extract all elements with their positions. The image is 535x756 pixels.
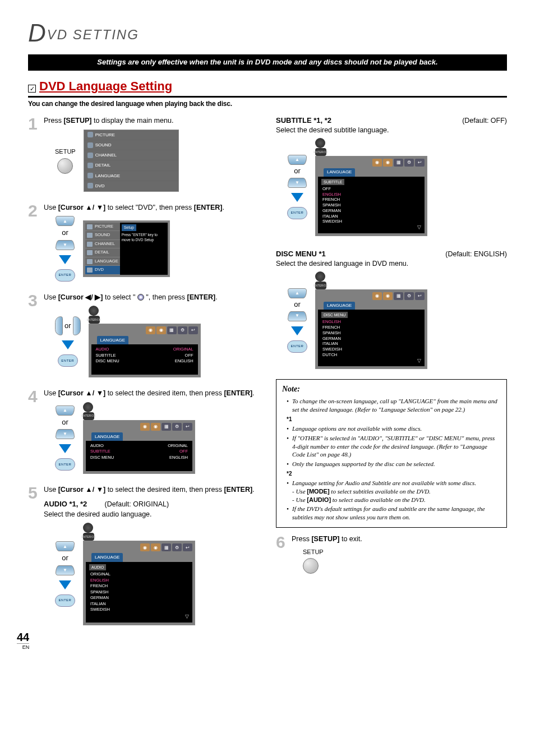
note-line-1: To change the on-screen language, call u… <box>287 397 501 414</box>
subtitle-heading: SUBTITLE *1, *2 <box>276 116 331 125</box>
header-rest: VD SETTING <box>47 27 139 42</box>
navkey-enter-icon: ENTER/OK <box>89 316 100 324</box>
step-2-number: 2 <box>28 203 38 218</box>
menu-item-detail: DETAIL <box>84 160 178 170</box>
menu-row-sound: SOUND <box>85 231 120 239</box>
audio-heading: AUDIO *1, *2 <box>44 500 87 508</box>
note-box: Note: To change the on-screen language, … <box>276 379 507 528</box>
sound-icon <box>87 142 93 148</box>
note-title: Note: <box>282 384 501 395</box>
osd-tab-label: LANGUAGE <box>91 432 123 441</box>
subtitle-opt-hl: ENGLISH <box>321 192 421 197</box>
audio-section: AUDIO *1, *2 (Default: ORIGINAL) Select … <box>44 499 259 625</box>
nav-keypad-hint: ENTER/OK <box>315 138 427 156</box>
osd-tab-icon-4: ⚙ <box>404 159 414 167</box>
osd-tab-icon-3: ▦ <box>394 159 403 167</box>
section-checkbox-icon: ✓ <box>28 85 36 93</box>
nav-keypad-hint: ENTER/OK <box>83 402 195 420</box>
note-ref-1: *1 <box>287 416 292 422</box>
or-label: or <box>294 300 301 310</box>
discmenu-default: (Default: ENGLISH) <box>445 250 507 259</box>
enter-button-icon: ENTER <box>287 207 307 219</box>
navkey-icon <box>315 138 325 148</box>
navkey-enter-icon: ENTER/OK <box>315 148 326 156</box>
more-options-icon: ▽ <box>321 358 421 365</box>
up-down-enter-remote: ▲ or ▼ ENTER <box>55 216 75 281</box>
discmenu-opt: ITALIAN <box>321 341 421 347</box>
subtitle-section: SUBTITLE *1, *2 (Default: OFF) Select th… <box>276 116 507 236</box>
step-5-number: 5 <box>28 485 38 500</box>
picture-icon <box>87 132 93 137</box>
setup-title: Setup <box>122 224 136 231</box>
nav-keypad-hint: ENTER/OK <box>83 523 195 541</box>
step-1-number: 1 <box>28 116 38 131</box>
osd-tab-label: LANGUAGE <box>324 302 355 310</box>
subtitle-opt: FRENCH <box>321 197 421 202</box>
setup-label: SETUP <box>303 548 324 556</box>
more-options-icon: ▽ <box>321 224 421 231</box>
channel-icon <box>87 242 93 247</box>
navkey-icon <box>83 402 93 412</box>
osd-row-discmenu: DISC MENUENGLISH <box>89 455 189 461</box>
enter-button-icon: ENTER <box>55 458 75 471</box>
osd-row-audio: AUDIOORIGINAL <box>95 347 195 353</box>
language-osd-diagram-highlight: ◉◉▦⚙↩ LANGUAGE AUDIOORIGINAL SUBTITLEOFF… <box>83 420 195 474</box>
note-line-6: If the DVD's default settings for audio … <box>287 505 501 522</box>
subtitle-opt: GERMAN <box>321 208 421 214</box>
left-column: 1 Press [SETUP] to display the main menu… <box>28 116 259 636</box>
setup-round-button-icon <box>57 158 73 174</box>
detail-icon <box>87 163 93 168</box>
osd-tab-icon-3: ▦ <box>167 326 177 334</box>
discmenu-desc: Select the desired language in DVD menu. <box>276 259 507 268</box>
discmenu-section: DISC MENU *1 (Default: ENGLISH) Select t… <box>276 250 507 370</box>
up-down-enter-remote: ▲ or ▼ ENTER <box>287 155 307 219</box>
audio-opt-hl: ENGLISH <box>89 578 189 584</box>
osd-tab-icon-3: ▦ <box>162 423 171 431</box>
subtitle-opt: ITALIAN <box>321 214 421 219</box>
note-line-5: Language setting for Audio and Subtitle … <box>287 479 501 504</box>
step-1: 1 Press [SETUP] to display the main menu… <box>28 116 259 196</box>
cursor-left-icon <box>55 316 63 335</box>
picture-icon <box>87 224 93 229</box>
osd-tab-icon-5: ↩ <box>183 423 192 431</box>
step-6-number: 6 <box>276 534 286 550</box>
discmenu-opt: SPANISH <box>321 330 421 336</box>
osd-tab-icon-4: ⚙ <box>172 543 182 551</box>
page-header: DVD SETTING <box>28 17 507 49</box>
discmenu-opt: SWEDISH <box>321 347 421 352</box>
discmenu-opt: DUTCH <box>321 352 421 358</box>
or-label: or <box>294 167 301 176</box>
osd-tab-icon-1: ◉ <box>146 326 155 334</box>
menu-row-detail: DETAIL <box>85 248 120 257</box>
subtitle-opt: SPANISH <box>321 202 421 208</box>
step-3: 3 Use [Cursor ◀/ ▶] to select " ", then … <box>28 293 259 382</box>
up-down-enter-remote: ▲ or ▼ ENTER <box>287 288 307 353</box>
audio-opt: ORIGINAL <box>89 571 189 578</box>
or-label: or <box>62 553 68 563</box>
osd-tab-icon-4: ⚙ <box>178 326 187 334</box>
osd-tab-icon-2: ◉ <box>156 326 166 334</box>
subtitle-sub-head: SUBTITLE <box>321 179 344 185</box>
osd-tab-icon-1: ◉ <box>372 159 382 167</box>
discmenu-opt: FRENCH <box>321 325 421 330</box>
sound-icon <box>87 233 93 238</box>
osd-tab-icon-3: ▦ <box>162 543 171 551</box>
menu-item-language: LANGUAGE <box>84 171 178 181</box>
menu-item-sound: SOUND <box>84 140 178 150</box>
step-3-number: 3 <box>28 293 38 308</box>
osd-tab-icon-4: ⚙ <box>172 423 182 431</box>
language-osd-diagram: ◉ ◉ ▦ ⚙ ↩ LANGUAGE AUDIOORIGINAL SUBTITL… <box>89 324 201 377</box>
navkey-icon <box>315 271 325 282</box>
discmenu-heading: DISC MENU *1 <box>276 250 326 258</box>
step-4-text: Use [Cursor ▲/ ▼] to select the desired … <box>44 389 259 399</box>
note-line-3: If "OTHER" is selected in "AUDIO", "SUBT… <box>287 434 501 459</box>
setup-button-diagram: SETUP <box>303 548 507 574</box>
note-ref-2: *2 <box>287 471 292 477</box>
cursor-up-icon: ▲ <box>56 216 75 226</box>
step-6: 6 Press [SETUP] to exit. SETUP <box>276 534 507 574</box>
section-title-row: ✓ DVD Language Setting <box>28 79 507 98</box>
osd-tab-icon-4: ⚙ <box>404 292 414 300</box>
menu-row-language: LANGUAGE <box>85 257 120 266</box>
audio-default: (Default: ORIGINAL) <box>105 500 169 508</box>
cursor-down-icon: ▼ <box>56 240 75 250</box>
